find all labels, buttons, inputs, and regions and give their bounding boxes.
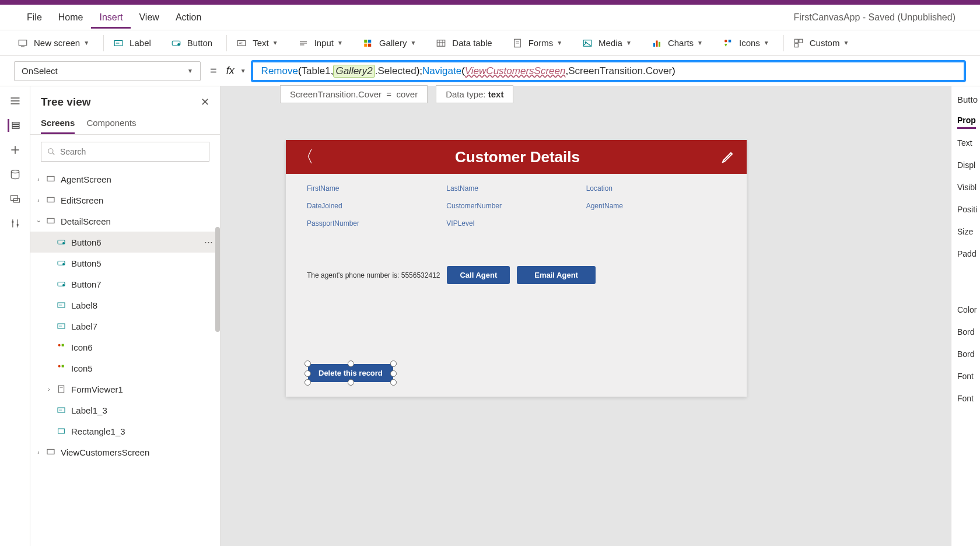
- tree-node-agentscreen[interactable]: ›AgentScreen: [30, 169, 220, 190]
- call-agent-button[interactable]: Call Agent: [447, 266, 510, 284]
- svg-point-64: [58, 365, 61, 368]
- svg-rect-37: [12, 127, 19, 129]
- prop-row[interactable]: Padd: [957, 249, 980, 258]
- field-passport: PassportNumber: [307, 219, 446, 228]
- resize-handle[interactable]: [390, 360, 397, 367]
- email-agent-button[interactable]: Email Agent: [517, 266, 596, 284]
- resize-handle[interactable]: [390, 370, 397, 377]
- tab-screens[interactable]: Screens: [41, 113, 75, 134]
- button-icon: [56, 279, 66, 289]
- icon-control-icon: [56, 342, 66, 352]
- form-icon: [56, 384, 66, 394]
- svg-rect-12: [368, 40, 371, 43]
- tree-node-formviewer1[interactable]: ›FormViewer1: [30, 379, 220, 400]
- charts-button[interactable]: Charts▼: [646, 34, 709, 52]
- tree-node-label8[interactable]: Label8: [30, 295, 220, 316]
- resize-handle[interactable]: [348, 360, 354, 367]
- text-button[interactable]: Ab Text▼: [230, 34, 284, 52]
- add-icon[interactable]: [9, 144, 22, 156]
- svg-rect-35: [12, 123, 19, 124]
- hamburger-icon[interactable]: [9, 94, 22, 107]
- pencil-icon[interactable]: [721, 150, 735, 164]
- fx-button[interactable]: fx▼: [226, 65, 246, 77]
- prop-row[interactable]: Color: [957, 305, 980, 314]
- tree-node-button5[interactable]: Button5: [30, 253, 220, 274]
- tree-node-label13[interactable]: Label1_3: [30, 400, 220, 421]
- screen-canvas[interactable]: 〈 Customer Details FirstName LastName Lo…: [286, 140, 747, 397]
- media-button[interactable]: Media▼: [576, 34, 638, 52]
- more-icon[interactable]: ⋯: [204, 237, 214, 247]
- type-chip: Data type: text: [436, 85, 513, 103]
- svg-rect-50: [47, 197, 54, 202]
- resize-handle[interactable]: [390, 379, 397, 386]
- tree-node-label7[interactable]: Label7: [30, 316, 220, 337]
- data-table-button[interactable]: Data table: [430, 34, 498, 52]
- back-icon[interactable]: 〈: [298, 146, 314, 168]
- svg-rect-24: [653, 43, 655, 47]
- chevron-down-icon: ▼: [556, 40, 562, 46]
- media-panel-icon[interactable]: [9, 192, 22, 205]
- resize-handle[interactable]: [348, 379, 354, 386]
- tree-node-viewcustomers[interactable]: ›ViewCustomersScreen: [30, 442, 220, 463]
- svg-rect-15: [438, 40, 446, 46]
- menu-file[interactable]: File: [19, 6, 50, 29]
- menu-bar: File Home Insert View Action FirstCanvas…: [0, 5, 980, 30]
- search-input[interactable]: [41, 142, 209, 162]
- tree-view-icon[interactable]: [8, 119, 20, 132]
- button-button[interactable]: Button: [165, 34, 218, 52]
- menu-action[interactable]: Action: [167, 6, 209, 29]
- tree-title: Tree view: [41, 96, 91, 108]
- tree-node-detailscreen[interactable]: ›DetailScreen: [30, 211, 220, 232]
- prop-row[interactable]: Bord: [957, 327, 980, 337]
- tree-node-rectangle13[interactable]: Rectangle1_3: [30, 421, 220, 442]
- tools-icon[interactable]: [9, 217, 22, 230]
- svg-point-5: [177, 43, 180, 46]
- svg-rect-25: [656, 40, 657, 47]
- tree-node-editscreen[interactable]: ›EditScreen: [30, 190, 220, 211]
- icons-button[interactable]: Icons▼: [717, 34, 775, 52]
- selected-control[interactable]: Delete this record: [308, 364, 393, 382]
- tab-components[interactable]: Components: [86, 113, 136, 134]
- resize-handle[interactable]: [304, 370, 311, 377]
- forms-button[interactable]: Forms▼: [506, 34, 568, 52]
- canvas-header: 〈 Customer Details: [286, 140, 747, 174]
- menu-view[interactable]: View: [131, 6, 167, 29]
- panel-tab-properties[interactable]: Prop: [957, 116, 976, 129]
- resize-handle[interactable]: [304, 379, 311, 386]
- close-icon[interactable]: ✕: [201, 96, 209, 108]
- tree-node-icon5[interactable]: Icon5: [30, 358, 220, 379]
- tree-node-button6[interactable]: Button6⋯: [30, 232, 220, 253]
- tree-node-button7[interactable]: Button7: [30, 274, 220, 295]
- prop-row[interactable]: Size: [957, 227, 980, 236]
- svg-rect-65: [62, 365, 64, 368]
- new-screen-button[interactable]: New screen▼: [12, 34, 95, 52]
- svg-rect-28: [729, 40, 732, 43]
- button-icon: [56, 258, 66, 268]
- formula-bar: OnSelect ▼ = fx▼ Remove(Table1, Gallery2…: [0, 56, 980, 86]
- custom-button[interactable]: Custom▼: [788, 34, 855, 52]
- menu-insert[interactable]: Insert: [91, 6, 131, 29]
- prop-row[interactable]: Bord: [957, 349, 980, 359]
- prop-row[interactable]: Font: [957, 394, 980, 403]
- prop-row[interactable]: Displ: [957, 160, 980, 170]
- data-icon[interactable]: [9, 168, 22, 181]
- menu-home[interactable]: Home: [50, 6, 92, 29]
- label-button[interactable]: Label: [107, 34, 157, 52]
- prop-row[interactable]: Text: [957, 138, 980, 148]
- gallery-button[interactable]: Gallery▼: [357, 34, 422, 52]
- field-customernumber: CustomerNumber: [446, 202, 586, 210]
- tree-node-icon6[interactable]: Icon6: [30, 337, 220, 358]
- prop-row[interactable]: Visibl: [957, 183, 980, 192]
- svg-rect-30: [799, 39, 802, 43]
- prop-row[interactable]: Positi: [957, 205, 980, 214]
- prop-row[interactable]: Font: [957, 372, 980, 381]
- scrollbar[interactable]: [215, 227, 220, 332]
- chevron-down-icon: ▼: [337, 40, 343, 46]
- resize-handle[interactable]: [304, 360, 311, 367]
- svg-rect-70: [58, 429, 65, 433]
- input-button[interactable]: Input▼: [292, 34, 349, 52]
- properties-panel: Butto Prop Text Displ Visibl Positi Size…: [951, 86, 980, 546]
- formula-input[interactable]: Remove(Table1, Gallery2.Selected); Navig…: [251, 60, 966, 82]
- button-icon: [171, 38, 181, 48]
- property-selector[interactable]: OnSelect ▼: [14, 61, 201, 81]
